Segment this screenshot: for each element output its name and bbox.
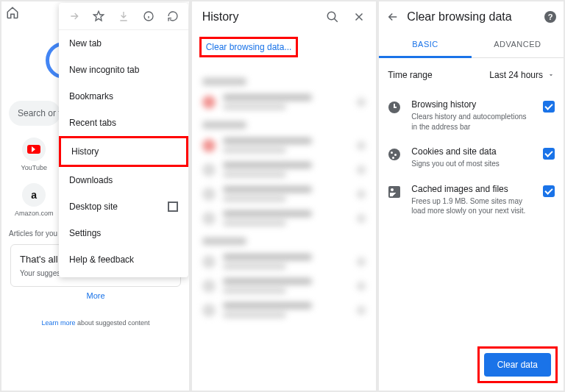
chevron-down-icon — [547, 71, 555, 79]
menu-downloads[interactable]: Downloads — [59, 167, 188, 193]
reload-icon[interactable] — [167, 10, 179, 22]
cbd-header: Clear browsing data ? — [379, 1, 564, 32]
menu-desktop-site[interactable]: Desktop site — [59, 193, 188, 220]
download-icon[interactable] — [118, 10, 129, 22]
search-input[interactable]: Search or ty — [9, 101, 60, 126]
home-icon[interactable] — [6, 6, 19, 19]
menu-new-tab[interactable]: New tab — [59, 30, 188, 57]
cbd-title: Clear browsing data — [407, 10, 537, 24]
youtube-icon — [27, 145, 40, 154]
help-icon[interactable]: ? — [544, 11, 556, 23]
checkbox-checked[interactable] — [543, 101, 555, 113]
search-icon[interactable] — [326, 10, 339, 24]
clock-icon — [388, 101, 400, 113]
menu-top-row — [59, 3, 188, 30]
menu-bookmarks[interactable]: Bookmarks — [59, 83, 188, 110]
toolbar — [6, 6, 19, 19]
tab-basic[interactable]: BASIC — [379, 32, 471, 58]
checkbox-checked[interactable] — [543, 148, 555, 160]
option-cached[interactable]: Cached images and files Frees up 1.9 MB.… — [379, 177, 564, 224]
option-sub: Frees up 1.9 MB. Some sites may load mor… — [411, 196, 533, 216]
history-list-blurred — [192, 62, 377, 331]
cookie-icon — [388, 149, 400, 160]
menu-recent-tabs[interactable]: Recent tabs — [59, 110, 188, 136]
learn-suffix: about suggested content — [75, 319, 149, 327]
option-cookies[interactable]: Cookies and site data Signs you out of m… — [379, 139, 564, 177]
checkbox-checked[interactable] — [543, 185, 555, 197]
articles-header: Articles for you — [9, 229, 57, 238]
forward-icon[interactable] — [68, 10, 80, 22]
history-header: History — [192, 1, 377, 32]
menu-help[interactable]: Help & feedback — [59, 246, 188, 273]
back-icon[interactable] — [386, 10, 399, 24]
cbd-tabs: BASIC ADVANCED — [379, 32, 564, 58]
option-browsing-history[interactable]: Browsing history Clears history and auto… — [379, 92, 564, 139]
shortcuts: YouTube a Amazon.com — [15, 138, 54, 229]
menu-history[interactable]: History — [59, 136, 188, 167]
shortcut-label: Amazon.com — [15, 210, 54, 217]
menu-new-incognito[interactable]: New incognito tab — [59, 57, 188, 83]
menu-settings[interactable]: Settings — [59, 220, 188, 246]
info-icon[interactable] — [143, 10, 154, 22]
star-icon[interactable] — [93, 10, 104, 22]
overflow-menu: New tab New incognito tab Bookmarks Rece… — [59, 3, 188, 277]
amazon-icon: a — [31, 189, 37, 201]
history-panel: History Clear browsing data... — [192, 1, 377, 391]
clear-data-button[interactable]: Clear data — [484, 353, 551, 377]
clear-browsing-data-link[interactable]: Clear browsing data... — [199, 37, 299, 57]
learn-more-line: Learn more about suggested content — [1, 319, 189, 327]
shortcut-youtube[interactable]: YouTube — [15, 138, 54, 171]
image-icon — [388, 186, 400, 198]
option-sub: Signs you out of most sites — [411, 159, 533, 169]
more-link[interactable]: More — [1, 291, 189, 300]
time-range-label: Time range — [388, 70, 432, 80]
desktop-site-checkbox[interactable] — [168, 202, 178, 212]
option-sub: Clears history and autocompletions in th… — [411, 112, 533, 132]
time-range-value[interactable]: Last 24 hours — [489, 70, 555, 80]
shortcut-amazon[interactable]: a Amazon.com — [15, 183, 54, 217]
chrome-home-panel: Search or ty YouTube a Amazon.com Articl… — [1, 1, 189, 391]
shortcut-label: YouTube — [21, 164, 47, 171]
history-title: History — [202, 10, 239, 24]
close-icon[interactable] — [352, 10, 366, 24]
time-range-row[interactable]: Time range Last 24 hours — [379, 58, 564, 92]
tab-advanced[interactable]: ADVANCED — [472, 32, 564, 57]
clear-data-highlight: Clear data — [477, 346, 558, 383]
svg-point-1 — [328, 12, 336, 20]
option-title: Cookies and site data — [411, 146, 533, 157]
option-title: Cached images and files — [411, 184, 533, 194]
learn-more-link[interactable]: Learn more — [41, 319, 75, 327]
option-title: Browsing history — [411, 99, 533, 110]
clear-browsing-data-panel: Clear browsing data ? BASIC ADVANCED Tim… — [379, 1, 564, 391]
